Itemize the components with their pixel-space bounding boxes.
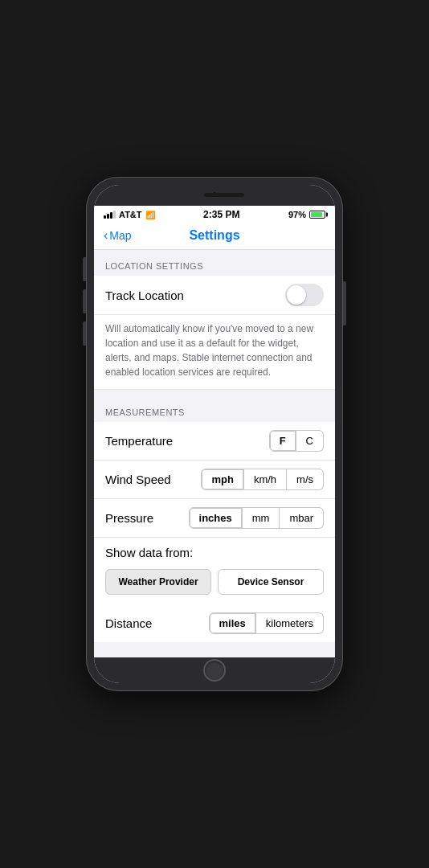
back-chevron-icon: ‹ [104,229,108,242]
battery-fill [311,212,322,217]
carrier-label: AT&T [119,210,142,219]
home-button[interactable] [203,659,226,682]
wind-speed-row: Wind Speed mph km/h m/s [94,461,335,499]
spacer-2 [94,642,335,649]
track-location-row: Track Location [94,276,335,315]
phone-frame: AT&T 📶 2:35 PM 97% ‹ Map Settings LOCATI… [86,177,343,691]
appearance-section-header: APPEARANCE [94,649,335,657]
location-card: Track Location Will automatically know i… [94,276,335,390]
wifi-icon: 📶 [145,211,155,219]
temp-f-button[interactable]: F [269,430,296,452]
wind-kmh-button[interactable]: km/h [244,469,287,490]
phone-screen: AT&T 📶 2:35 PM 97% ‹ Map Settings LOCATI… [94,185,335,683]
status-right: 97% [288,210,325,219]
pressure-label: Pressure [105,511,153,525]
distance-segmented: miles kilometers [209,612,325,634]
location-description: Will automatically know if you've moved … [94,315,335,390]
battery-icon [309,211,325,219]
track-location-toggle[interactable] [285,284,324,306]
weather-provider-button[interactable]: Weather Provider [105,569,211,595]
spacer-1 [94,390,335,396]
status-left: AT&T 📶 [104,210,155,219]
signal-icon [104,211,116,219]
temperature-row: Temperature F C [94,422,335,461]
measurements-section-header: MEASUREMENTS [94,396,335,422]
pressure-mbar-button[interactable]: mbar [280,507,324,529]
phone-bottom [94,657,335,683]
battery-pct-label: 97% [288,210,306,219]
pressure-inches-button[interactable]: inches [189,507,243,529]
pressure-segmented: inches mm mbar [189,507,324,529]
distance-row: Distance miles kilometers [94,604,335,642]
pressure-mm-button[interactable]: mm [243,507,280,529]
settings-content: LOCATION SETTINGS Track Location Will au… [94,250,335,657]
data-source-row: Weather Provider Device Sensor [94,563,335,604]
status-bar: AT&T 📶 2:35 PM 97% [94,206,335,223]
back-label: Map [109,229,131,242]
wind-speed-label: Wind Speed [105,473,171,486]
toggle-thumb [287,285,306,305]
device-sensor-button[interactable]: Device Sensor [218,569,324,595]
speaker [204,193,244,197]
wind-ms-button[interactable]: m/s [287,469,324,490]
distance-miles-button[interactable]: miles [209,612,256,634]
temperature-label: Temperature [105,434,173,448]
track-location-label: Track Location [105,289,184,302]
wind-mph-button[interactable]: mph [201,469,243,490]
pressure-row: Pressure inches mm mbar [94,499,335,538]
measurements-card: Temperature F C Wind Speed mph km/h m/s [94,422,335,642]
show-data-from-label: Show data from: [94,538,335,563]
nav-bar: ‹ Map Settings [94,223,335,250]
distance-km-button[interactable]: kilometers [256,612,324,634]
back-button[interactable]: ‹ Map [104,229,132,242]
page-title: Settings [189,228,239,243]
location-section-header: LOCATION SETTINGS [94,250,335,276]
status-time: 2:35 PM [203,209,239,220]
phone-top-bar [94,185,335,206]
distance-label: Distance [105,616,152,630]
temp-c-button[interactable]: C [296,430,324,452]
wind-speed-segmented: mph km/h m/s [201,469,324,490]
temperature-segmented: F C [269,430,324,452]
